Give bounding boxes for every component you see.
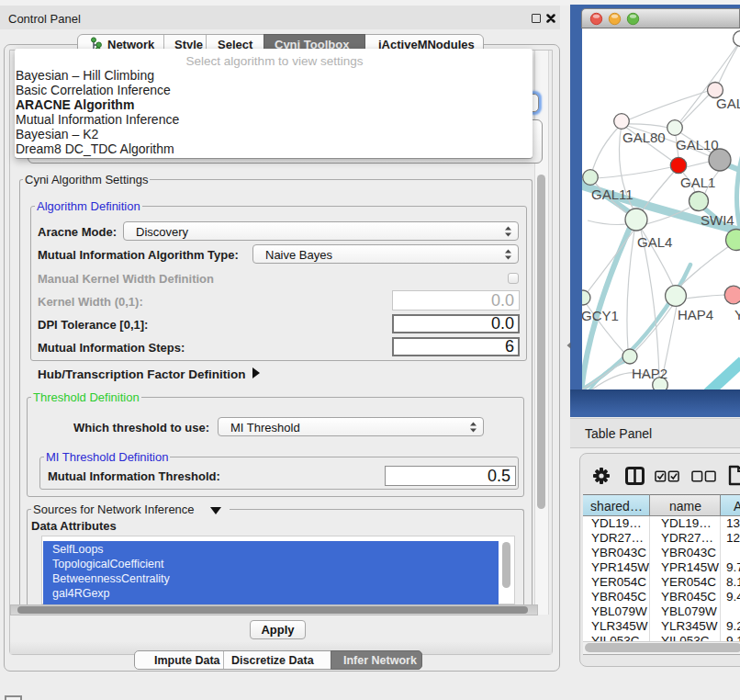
svg-text:GAL1: GAL1 <box>680 175 715 190</box>
svg-text:HAP4: HAP4 <box>678 307 713 322</box>
svg-text:Y: Y <box>734 307 740 322</box>
svg-text:SWI4: SWI4 <box>701 212 734 228</box>
svg-text:HAP2: HAP2 <box>632 366 667 381</box>
svg-text:GAL11: GAL11 <box>591 186 633 202</box>
svg-text:GAL80: GAL80 <box>622 130 666 145</box>
svg-text:GAL10: GAL10 <box>676 137 719 152</box>
svg-text:GAL7: GAL7 <box>716 96 740 111</box>
svg-text:GAL4: GAL4 <box>637 234 672 250</box>
svg-text:GCY1: GCY1 <box>582 308 619 323</box>
